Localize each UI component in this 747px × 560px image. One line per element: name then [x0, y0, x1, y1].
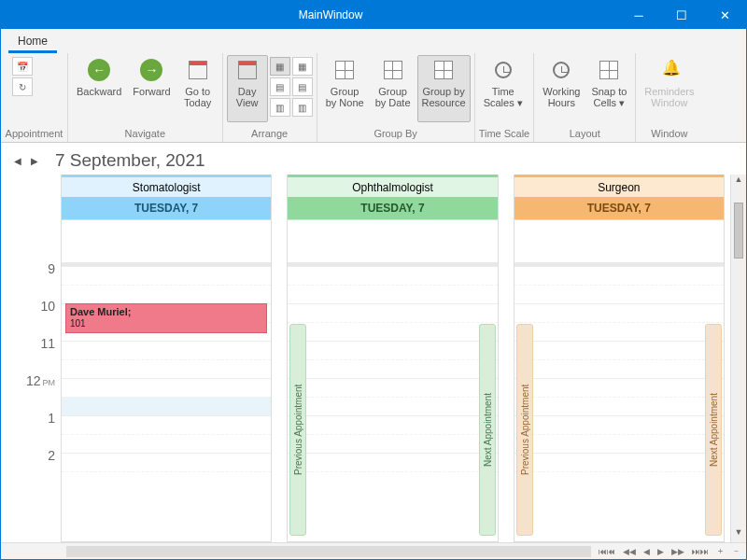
group-arrange: Arrange — [227, 127, 313, 142]
resource-header[interactable]: Stomatologist — [62, 175, 271, 197]
titlebar: MainWindow ─ ☐ ✕ — [1, 1, 746, 29]
add-resource-icon[interactable]: ＋ — [716, 545, 725, 557]
group-navigate: Navigate — [72, 127, 218, 142]
goto-today-button[interactable]: Go toToday — [177, 55, 218, 122]
day-view-icon — [235, 58, 260, 82]
day-view-button[interactable]: DayView — [227, 55, 268, 122]
nav-last-icon[interactable]: ⏭⏭ — [692, 547, 709, 556]
snap-icon — [597, 58, 621, 82]
backward-button[interactable]: ← Backward — [72, 55, 126, 122]
working-hours-icon — [549, 58, 573, 82]
calendar-title: 7 September, 2021 — [55, 150, 205, 171]
group-groupby: Group By — [321, 127, 471, 142]
group-window: Window — [640, 127, 698, 142]
time-grid[interactable]: Previous AppointmentNext Appointment — [288, 266, 497, 541]
hour-label: 2 — [10, 447, 61, 484]
group-by-none-button[interactable]: Groupby None — [321, 55, 369, 122]
horizontal-scrollbar[interactable] — [66, 546, 591, 557]
resource-column: SurgeonTUESDAY, 7Previous AppointmentNex… — [514, 175, 725, 542]
working-hours-button[interactable]: WorkingHours — [538, 55, 585, 122]
arrange-opt2-icon[interactable]: ▤ — [270, 77, 290, 96]
resource-day-header[interactable]: TUESDAY, 7 — [514, 197, 724, 219]
calendar-today-icon — [186, 58, 210, 82]
resource-header[interactable]: Surgeon — [514, 175, 724, 197]
allday-area[interactable] — [514, 219, 724, 266]
resource-day-header[interactable]: TUESDAY, 7 — [288, 197, 497, 219]
nav-prev-icon[interactable]: ◀◀ — [623, 547, 636, 556]
vertical-scrollbar[interactable]: ▲ ▼ — [730, 175, 746, 542]
next-day-button[interactable]: ▶ — [31, 156, 38, 166]
hour-label: 12PM — [10, 372, 61, 410]
time-ruler: 9 10 11 12PM 1 2 — [10, 175, 61, 542]
maximize-button[interactable]: ☐ — [660, 1, 703, 29]
group-resource-icon — [431, 58, 456, 82]
previous-appointment-strip[interactable]: Previous Appointment — [289, 324, 306, 536]
nav-fwd-icon[interactable]: ▶ — [657, 547, 664, 556]
group-by-date-button[interactable]: Groupby Date — [371, 55, 416, 122]
prev-day-button[interactable]: ◀ — [14, 156, 21, 166]
scroll-down-icon[interactable]: ▼ — [731, 527, 746, 542]
group-appointment: Appointment — [5, 127, 63, 142]
new-recurring-icon[interactable]: ↻ — [12, 77, 33, 96]
resource-column: StomatologistTUESDAY, 7Dave Muriel;101 — [61, 175, 272, 542]
resource-day-header[interactable]: TUESDAY, 7 — [62, 197, 271, 219]
time-scales-button[interactable]: TimeScales ▾ — [479, 55, 528, 122]
nav-back-icon[interactable]: ◀ — [643, 547, 650, 556]
allday-area[interactable] — [288, 219, 497, 266]
arrange-opt5-icon[interactable]: ▤ — [292, 77, 313, 96]
calendar-area: ◀ ▶ 7 September, 2021 9 10 11 12PM 1 2 S… — [1, 143, 746, 559]
arrange-opt6-icon[interactable]: ▥ — [292, 98, 313, 117]
group-layout: Layout — [538, 127, 631, 142]
appointment[interactable]: Dave Muriel;101 — [65, 303, 267, 333]
group-date-icon — [381, 58, 405, 82]
scroll-thumb[interactable] — [734, 203, 743, 259]
snap-to-cells-button[interactable]: Snap toCells ▾ — [586, 55, 631, 122]
group-none-icon — [332, 58, 357, 82]
ribbon: 📅 ↻ Appointment ← Backward → Forward Go … — [1, 53, 746, 143]
hour-label: 10 — [10, 298, 61, 335]
group-by-resource-button[interactable]: Group byResource — [417, 55, 471, 122]
group-timescale: Time Scale — [479, 127, 530, 142]
forward-button[interactable]: → Forward — [128, 55, 175, 122]
previous-appointment-strip[interactable]: Previous Appointment — [516, 324, 533, 536]
new-appointment-icon[interactable]: 📅 — [12, 57, 33, 76]
arrange-opt4-icon[interactable]: ▦ — [292, 57, 313, 76]
minimize-button[interactable]: ─ — [617, 1, 660, 29]
nav-next-icon[interactable]: ▶▶ — [671, 547, 684, 556]
close-button[interactable]: ✕ — [703, 1, 746, 29]
time-grid[interactable]: Dave Muriel;101 — [62, 266, 271, 541]
hour-label: 11 — [10, 335, 61, 372]
clock-icon — [491, 58, 515, 82]
tab-home[interactable]: Home — [8, 31, 57, 53]
hour-label: 9 — [10, 260, 61, 298]
allday-area[interactable] — [62, 219, 271, 266]
remove-resource-icon[interactable]: － — [732, 545, 740, 557]
arrow-left-icon: ← — [87, 58, 111, 82]
arrange-opt3-icon[interactable]: ▥ — [270, 98, 290, 117]
arrange-opt1-icon[interactable]: ▦ — [270, 57, 290, 76]
reminders-window-button[interactable]: 🔔 RemindersWindow — [640, 55, 698, 122]
bottom-bar: ⏮⏮ ◀◀ ◀ ▶ ▶▶ ⏭⏭ ＋ － — [1, 542, 746, 559]
time-grid[interactable]: Previous AppointmentNext Appointment — [514, 266, 724, 541]
bell-icon: 🔔 — [657, 58, 682, 82]
next-appointment-strip[interactable]: Next Appointment — [479, 324, 496, 536]
resource-column: OphthalmologistTUESDAY, 7Previous Appoin… — [287, 175, 498, 542]
next-appointment-strip[interactable]: Next Appointment — [705, 324, 722, 536]
window-title: MainWindow — [44, 8, 617, 21]
tabstrip: Home — [1, 29, 746, 53]
hour-label: 1 — [10, 410, 61, 447]
scroll-up-icon[interactable]: ▲ — [731, 175, 746, 189]
nav-first-icon[interactable]: ⏮⏮ — [599, 547, 615, 556]
resource-header[interactable]: Ophthalmologist — [288, 175, 497, 197]
arrow-right-icon: → — [139, 58, 163, 82]
